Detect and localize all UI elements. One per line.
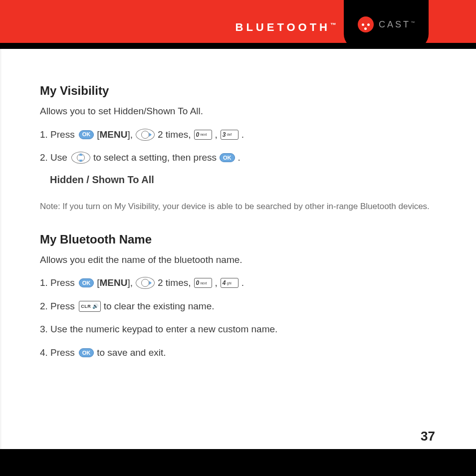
desc-my-bluetooth-name: Allows you edit the name of the bluetoot… bbox=[40, 253, 436, 267]
btname-step-3: 3. Use the numeric keypad to enter a new… bbox=[40, 323, 436, 336]
section-title-tm: ™ bbox=[330, 21, 336, 28]
step-text: 4. Press bbox=[40, 346, 75, 360]
ok-button-icon: OK bbox=[220, 153, 235, 162]
key-3-icon: 3def bbox=[221, 130, 238, 140]
key-0-icon: 0next bbox=[194, 130, 212, 140]
step-text: to save and exit. bbox=[97, 346, 166, 360]
menu-label: MENU bbox=[99, 277, 127, 288]
clr-key-icon: CLR🔊 bbox=[79, 301, 101, 312]
brand-label: CAST bbox=[379, 19, 411, 29]
menu-bracket: [MENU], bbox=[97, 276, 133, 290]
brand-text: CAST™ bbox=[379, 19, 415, 30]
heading-my-bluetooth-name: My Bluetooth Name bbox=[40, 233, 436, 246]
vcast-logo-icon bbox=[358, 16, 374, 32]
page-header: BLUETOOTH™ CAST™ bbox=[0, 0, 476, 49]
visibility-step-1: 1. Press OK [MENU], 2 times, 0next , 3de… bbox=[40, 128, 436, 142]
ok-button-icon: OK bbox=[79, 130, 94, 139]
page-footer bbox=[0, 449, 476, 476]
brand-badge: CAST™ bbox=[344, 0, 429, 49]
nav-updown-icon bbox=[71, 152, 90, 164]
key-4-icon: 4ghi bbox=[221, 278, 238, 288]
ok-button-icon: OK bbox=[79, 278, 94, 287]
brand-tm: ™ bbox=[411, 20, 415, 25]
btname-step-1: 1. Press OK [MENU], 2 times, 0next , 4gh… bbox=[40, 276, 436, 290]
comma: , bbox=[215, 128, 218, 142]
heading-my-visibility: My Visibility bbox=[40, 84, 436, 98]
key-0-icon: 0next bbox=[194, 278, 212, 288]
section-title: BLUETOOTH™ bbox=[236, 21, 336, 34]
period: . bbox=[241, 276, 244, 290]
step-text: 3. Use the numeric keypad to enter a new… bbox=[40, 323, 277, 336]
comma: , bbox=[215, 276, 218, 290]
period: . bbox=[238, 151, 240, 165]
step-text: to select a setting, then press bbox=[93, 151, 217, 165]
step-text: 2. Press bbox=[40, 300, 75, 313]
desc-my-visibility: Allows you to set Hidden/Shown To All. bbox=[40, 105, 436, 118]
page-fold-shadow bbox=[0, 49, 2, 449]
step-text: 2 times, bbox=[158, 276, 191, 290]
page-number: 37 bbox=[421, 429, 435, 444]
step-text: 2 times, bbox=[158, 128, 191, 142]
step-text: 1. Press bbox=[40, 128, 75, 142]
step-text: 1. Press bbox=[40, 276, 75, 290]
step-text: to clear the existing name. bbox=[104, 300, 215, 313]
menu-bracket: [MENU], bbox=[97, 128, 133, 142]
step-text: 2. Use bbox=[40, 151, 67, 165]
section-title-text: BLUETOOTH bbox=[236, 21, 330, 33]
menu-label: MENU bbox=[99, 129, 127, 140]
ok-button-icon: OK bbox=[79, 348, 94, 357]
visibility-note: Note: If you turn on My Visibility, your… bbox=[40, 201, 436, 213]
visibility-options: Hidden / Shown To All bbox=[50, 173, 436, 187]
page-content: My Visibility Allows you to set Hidden/S… bbox=[0, 49, 476, 360]
nav-right-icon bbox=[136, 277, 155, 289]
speaker-icon: 🔊 bbox=[92, 303, 98, 310]
period: . bbox=[241, 128, 244, 142]
btname-step-2: 2. Press CLR🔊 to clear the existing name… bbox=[40, 300, 436, 313]
visibility-step-2: 2. Use to select a setting, then press O… bbox=[40, 151, 436, 165]
nav-right-icon bbox=[136, 129, 155, 141]
btname-step-4: 4. Press OK to save and exit. bbox=[40, 346, 436, 360]
